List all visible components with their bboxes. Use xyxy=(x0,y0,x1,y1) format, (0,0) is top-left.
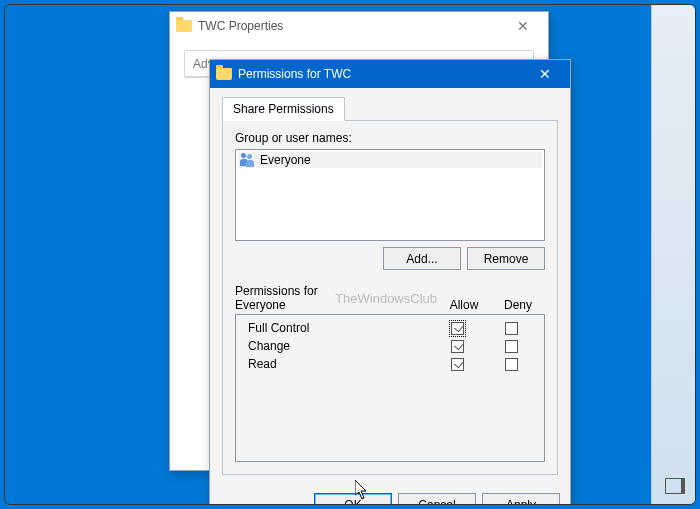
group-user-label: Group or user names: xyxy=(235,131,545,145)
folder-icon xyxy=(176,20,192,32)
permission-row: Read xyxy=(242,355,538,373)
allow-checkbox-full-control[interactable] xyxy=(451,322,464,335)
add-button[interactable]: Add... xyxy=(383,247,461,270)
list-item-label: Everyone xyxy=(260,153,311,167)
allow-checkbox-read[interactable] xyxy=(451,358,464,371)
permissions-header: Permissions for Everyone TheWindowsClub … xyxy=(235,284,545,312)
cancel-button[interactable]: Cancel xyxy=(398,493,476,505)
remove-button[interactable]: Remove xyxy=(467,247,545,270)
tab-page: Group or user names: Everyone Add... Rem… xyxy=(222,120,558,475)
folder-icon xyxy=(216,68,232,80)
close-icon[interactable]: ✕ xyxy=(526,62,564,86)
deny-checkbox-change[interactable] xyxy=(505,340,518,353)
tab-share-permissions[interactable]: Share Permissions xyxy=(222,97,345,121)
permission-row: Change xyxy=(242,337,538,355)
ok-button[interactable]: OK xyxy=(314,493,392,505)
column-allow: Allow xyxy=(437,298,491,312)
users-icon xyxy=(240,153,256,167)
list-item[interactable]: Everyone xyxy=(238,152,542,168)
watermark-text: TheWindowsClub xyxy=(335,291,437,306)
dialog-body: Share Permissions Group or user names: E… xyxy=(210,88,570,485)
permission-name: Change xyxy=(242,339,430,353)
dialog-button-row: OK Cancel Apply xyxy=(210,485,570,505)
close-icon[interactable]: ✕ xyxy=(504,14,542,38)
group-user-list[interactable]: Everyone xyxy=(235,149,545,241)
notifications-icon[interactable] xyxy=(665,478,685,494)
twc-properties-title: TWC Properties xyxy=(198,19,283,33)
permission-name: Full Control xyxy=(242,321,430,335)
permission-name: Read xyxy=(242,357,430,371)
permissions-dialog: Permissions for TWC ✕ Share Permissions … xyxy=(209,59,571,505)
apply-button[interactable]: Apply xyxy=(482,493,560,505)
permission-row: Full Control xyxy=(242,319,538,337)
permissions-for-label: Permissions for Everyone xyxy=(235,284,329,312)
permissions-title: Permissions for TWC xyxy=(238,67,351,81)
allow-checkbox-change[interactable] xyxy=(451,340,464,353)
deny-checkbox-full-control[interactable] xyxy=(505,322,518,335)
permissions-titlebar[interactable]: Permissions for TWC ✕ xyxy=(210,60,570,88)
deny-checkbox-read[interactable] xyxy=(505,358,518,371)
column-deny: Deny xyxy=(491,298,545,312)
taskbar-edge xyxy=(651,5,695,504)
desktop-frame: TWC Properties ✕ Advanced Sharing ✕ Perm… xyxy=(4,4,696,505)
permissions-box: Full Control Change Read xyxy=(235,314,545,462)
twc-properties-titlebar[interactable]: TWC Properties ✕ xyxy=(170,12,548,40)
